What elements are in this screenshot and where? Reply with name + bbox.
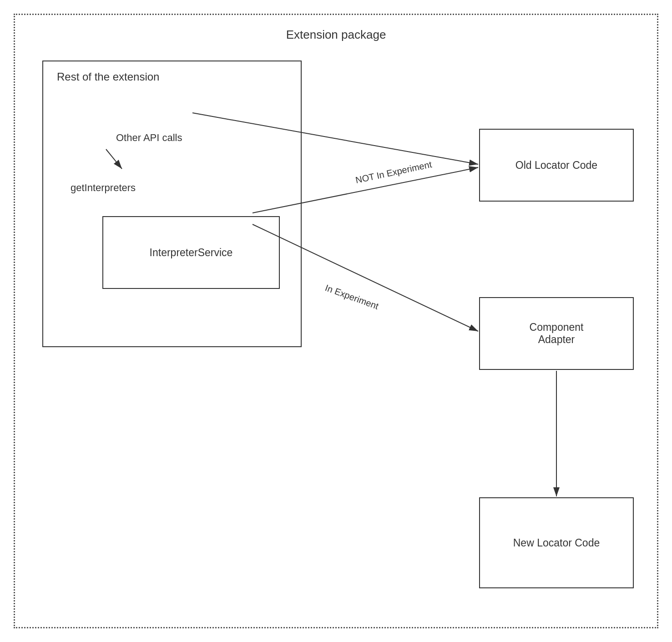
not-in-experiment-label: NOT In Experiment	[354, 159, 433, 185]
old-locator-code-label: Old Locator Code	[515, 159, 597, 172]
component-adapter-label: ComponentAdapter	[530, 321, 584, 346]
extension-package-label: Extension package	[286, 28, 386, 42]
rest-of-extension-label: Rest of the extension	[57, 71, 159, 83]
old-locator-code-box: Old Locator Code	[479, 129, 634, 202]
new-locator-code-label: New Locator Code	[513, 537, 600, 549]
get-interpreters-label: getInterpreters	[71, 182, 136, 194]
interpreter-service-label: InterpreterService	[150, 247, 233, 259]
component-adapter-box: ComponentAdapter	[479, 297, 634, 370]
new-locator-code-box: New Locator Code	[479, 497, 634, 588]
rest-of-extension-box: Rest of the extension Other API calls ge…	[42, 61, 302, 347]
other-api-calls-label: Other API calls	[116, 132, 182, 144]
extension-package-container: Extension package Rest of the extension …	[14, 14, 658, 628]
in-experiment-label: In Experiment	[324, 283, 380, 311]
interpreter-service-box: InterpreterService	[102, 216, 280, 289]
